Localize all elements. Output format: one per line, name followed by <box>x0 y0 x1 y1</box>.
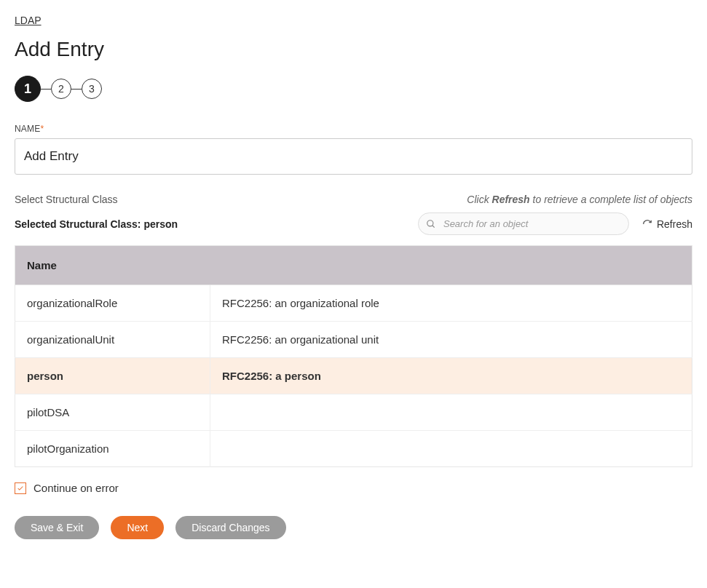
refresh-label: Refresh <box>657 218 692 230</box>
continue-on-error-checkbox[interactable] <box>15 482 26 494</box>
step-1[interactable]: 1 <box>15 76 41 102</box>
table-row[interactable]: pilotOrganization <box>15 431 692 467</box>
name-field-label: NAME* <box>15 124 692 134</box>
structural-class-table: Name organizationalRoleRFC2256: an organ… <box>15 245 692 467</box>
required-star-icon: * <box>40 124 44 134</box>
class-desc-cell: RFC2256: an organizational unit <box>210 322 692 358</box>
class-name-cell: pilotDSA <box>15 394 210 431</box>
search-icon <box>426 219 436 229</box>
table-row[interactable]: organizationalUnitRFC2256: an organizati… <box>15 322 692 358</box>
class-desc-cell <box>210 394 692 431</box>
search-input[interactable] <box>418 212 629 235</box>
step-connector <box>71 89 82 90</box>
discard-changes-button[interactable]: Discard Changes <box>175 516 285 539</box>
next-button[interactable]: Next <box>111 516 164 539</box>
refresh-button[interactable]: Refresh <box>642 218 692 230</box>
continue-on-error-label: Continue on error <box>33 482 119 494</box>
check-icon <box>16 485 25 492</box>
breadcrumb-link-ldap[interactable]: LDAP <box>15 15 42 26</box>
step-connector <box>41 89 51 90</box>
selected-structural-class: Selected Structural Class: person <box>15 218 178 230</box>
search-wrap <box>418 212 629 235</box>
table-row[interactable]: pilotDSA <box>15 394 692 431</box>
refresh-hint: Click Refresh to retrieve a complete lis… <box>467 194 692 205</box>
class-name-cell: person <box>15 358 210 394</box>
class-name-cell: pilotOrganization <box>15 431 210 467</box>
step-3[interactable]: 3 <box>82 79 102 99</box>
class-desc-cell: RFC2256: an organizational role <box>210 285 692 322</box>
class-name-cell: organizationalUnit <box>15 322 210 358</box>
wizard-stepper: 1 2 3 <box>15 76 692 102</box>
page-title: Add Entry <box>15 38 692 61</box>
table-header-name: Name <box>15 246 210 285</box>
table-row[interactable]: personRFC2256: a person <box>15 358 692 394</box>
button-row: Save & Exit Next Discard Changes <box>15 516 692 539</box>
table-header-desc <box>210 246 692 285</box>
refresh-icon <box>642 219 652 229</box>
class-desc-cell: RFC2256: a person <box>210 358 692 394</box>
class-name-cell: organizationalRole <box>15 285 210 322</box>
svg-point-0 <box>427 220 433 226</box>
step-2[interactable]: 2 <box>51 79 71 99</box>
table-row[interactable]: organizationalRoleRFC2256: an organizati… <box>15 285 692 322</box>
save-exit-button[interactable]: Save & Exit <box>15 516 99 539</box>
select-class-label: Select Structural Class <box>15 194 118 205</box>
class-desc-cell <box>210 431 692 467</box>
name-input[interactable] <box>15 138 692 175</box>
breadcrumb: LDAP <box>15 15 692 26</box>
svg-line-1 <box>433 225 435 227</box>
